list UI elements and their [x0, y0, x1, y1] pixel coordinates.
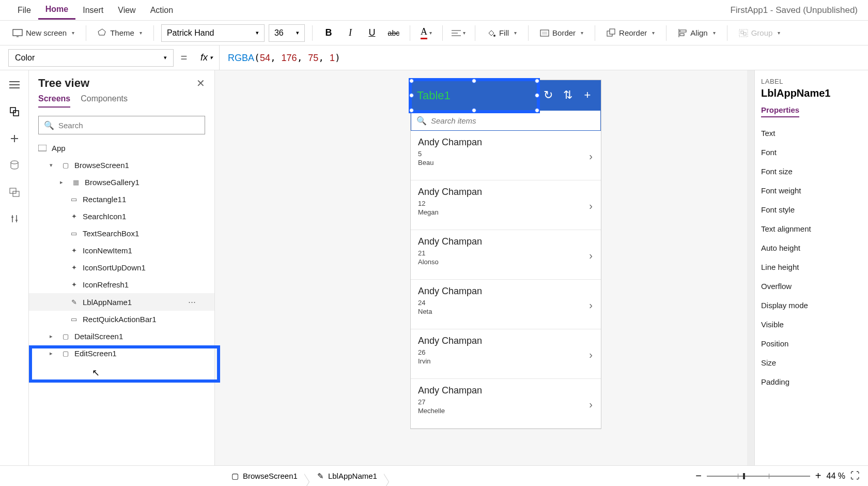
- fit-screen-button[interactable]: ⛶: [850, 470, 860, 481]
- add-button[interactable]: +: [580, 88, 595, 102]
- close-tree-button[interactable]: ✕: [196, 77, 205, 89]
- fx-button[interactable]: fx▾: [194, 45, 220, 70]
- phone-search[interactable]: 🔍: [411, 110, 601, 131]
- menu-action[interactable]: Action: [143, 2, 180, 19]
- zoom-slider[interactable]: [707, 476, 810, 477]
- svg-rect-19: [10, 108, 16, 113]
- tab-screens[interactable]: Screens: [38, 94, 70, 108]
- group-button[interactable]: Group: [735, 26, 785, 39]
- border-button[interactable]: Border: [536, 26, 587, 39]
- font-select[interactable]: Patrick Hand▾: [161, 24, 265, 42]
- property-row[interactable]: Font: [761, 143, 862, 162]
- expand-icon[interactable]: ▾: [50, 162, 57, 169]
- crumb-screen[interactable]: ▢ BrowseScreen1: [225, 472, 304, 481]
- chevron-right-icon[interactable]: ›: [589, 399, 593, 411]
- tab-components[interactable]: Components: [81, 94, 128, 108]
- data-icon[interactable]: [8, 159, 21, 172]
- tree-node-iconrefresh1[interactable]: ✦ IconRefresh1: [29, 276, 214, 293]
- list-item[interactable]: Andy Champan 26 Irvin ›: [411, 329, 601, 379]
- menu-insert[interactable]: Insert: [75, 2, 111, 19]
- menu-view[interactable]: View: [111, 2, 143, 19]
- text-align-button[interactable]: [450, 24, 468, 42]
- underline-button[interactable]: U: [363, 24, 381, 42]
- chevron-right-icon[interactable]: ›: [589, 349, 593, 361]
- italic-button[interactable]: I: [342, 24, 359, 42]
- property-row[interactable]: Font weight: [761, 181, 862, 200]
- property-row[interactable]: Text: [761, 124, 862, 143]
- hamburger-icon[interactable]: [8, 79, 21, 91]
- crumb-element[interactable]: ✎ LblAppName1: [311, 472, 383, 481]
- tree-view-icon[interactable]: [8, 105, 21, 118]
- tree-node-app[interactable]: App: [29, 140, 214, 157]
- property-select[interactable]: Color ▾: [8, 49, 174, 67]
- more-options-button[interactable]: ⋯: [188, 297, 196, 307]
- theme-button[interactable]: Theme: [94, 26, 146, 40]
- reorder-button[interactable]: Reorder: [602, 26, 659, 40]
- tools-icon[interactable]: [8, 213, 21, 225]
- list-item[interactable]: Andy Champan 5 Beau ›: [411, 131, 601, 180]
- property-row[interactable]: Font style: [761, 200, 862, 219]
- tree-node-rectangle11[interactable]: ▭ Rectangle11: [29, 191, 214, 208]
- zoom-out-button[interactable]: −: [695, 470, 702, 482]
- tree-node-browsegallery1[interactable]: ▸ ▦ BrowseGallery1: [29, 174, 214, 191]
- property-row[interactable]: Size: [761, 353, 862, 372]
- formula-bar: Color ▾ = fx▾ RGBA(54, 176, 75, 1): [0, 45, 868, 70]
- expand-icon[interactable]: ▸: [50, 350, 57, 357]
- sort-button[interactable]: ⇅: [561, 88, 575, 102]
- tree-node-detailscreen1[interactable]: ▸ ▢ DetailScreen1: [29, 328, 214, 345]
- tree-node-iconnewitem1[interactable]: ✦ IconNewItem1: [29, 242, 214, 259]
- tree-node-rectquickactionbar1[interactable]: ▭ RectQuickActionBar1: [29, 311, 214, 328]
- property-row[interactable]: Padding: [761, 372, 862, 391]
- property-row[interactable]: Display mode: [761, 296, 862, 315]
- property-row[interactable]: Auto height: [761, 238, 862, 257]
- tree-node-iconsortupdown1[interactable]: ✦ IconSortUpDown1: [29, 259, 214, 276]
- property-row[interactable]: Position: [761, 334, 862, 353]
- item-name: Mechelle: [418, 407, 594, 415]
- property-row[interactable]: Overflow: [761, 277, 862, 296]
- strikethrough-button[interactable]: abc: [385, 24, 402, 42]
- expand-icon[interactable]: ▸: [60, 179, 67, 186]
- tree-node-textsearchbox1[interactable]: ▭ TextSearchBox1: [29, 225, 214, 242]
- canvas-scrollbar[interactable]: [747, 70, 754, 465]
- property-row[interactable]: Font size: [761, 162, 862, 181]
- tree-search[interactable]: 🔍: [38, 116, 205, 134]
- tree-node-lblappname1[interactable]: ✎ LblAppName1 ⋯: [29, 293, 214, 311]
- menu-file[interactable]: File: [10, 2, 38, 19]
- phone-search-input[interactable]: [431, 116, 595, 125]
- font-size-select[interactable]: 36▾: [269, 24, 305, 42]
- tree-node-browsescreen1[interactable]: ▾ ▢ BrowseScreen1: [29, 157, 214, 174]
- menu-home[interactable]: Home: [38, 1, 75, 20]
- bold-button[interactable]: B: [320, 24, 337, 42]
- tree-node-editscreen1[interactable]: ▸ ▢ EditScreen1: [29, 345, 214, 362]
- property-row[interactable]: Line height: [761, 257, 862, 277]
- font-color-button[interactable]: A: [417, 24, 435, 42]
- property-row[interactable]: Visible: [761, 315, 862, 334]
- chevron-right-icon[interactable]: ›: [589, 299, 593, 311]
- selected-label-overlay[interactable]: Table1: [409, 78, 540, 113]
- list-item[interactable]: Andy Champan 12 Megan ›: [411, 180, 601, 230]
- new-screen-button[interactable]: New screen: [8, 26, 79, 39]
- tab-properties[interactable]: Properties: [761, 105, 799, 117]
- formula-input[interactable]: RGBA(54, 176, 75, 1): [220, 52, 340, 64]
- align-button[interactable]: Align: [674, 26, 719, 39]
- zoom-in-button[interactable]: +: [815, 470, 822, 482]
- chevron-right-icon[interactable]: ›: [589, 150, 593, 162]
- chevron-right-icon[interactable]: ›: [589, 250, 593, 262]
- expand-icon[interactable]: ▸: [50, 333, 57, 340]
- property-row[interactable]: Text alignment: [761, 219, 862, 238]
- media-icon[interactable]: [8, 186, 21, 199]
- svg-rect-11: [680, 30, 686, 32]
- tree-search-input[interactable]: [58, 121, 199, 130]
- list-item[interactable]: Andy Champan 24 Neta ›: [411, 280, 601, 329]
- item-number: 12: [418, 200, 594, 207]
- chevron-right-icon[interactable]: ›: [589, 200, 593, 212]
- canvas[interactable]: Table1 ↻ ⇅ + 🔍 Andy Champ: [215, 70, 754, 465]
- tree-node-searchicon1[interactable]: ✦ SearchIcon1: [29, 208, 214, 225]
- svg-rect-20: [13, 111, 19, 116]
- label-icon: ✎: [69, 298, 79, 306]
- insert-icon[interactable]: [8, 132, 21, 145]
- fill-button[interactable]: Fill: [483, 26, 521, 40]
- list-item[interactable]: Andy Champan 27 Mechelle ›: [411, 379, 601, 429]
- list-item[interactable]: Andy Champan 21 Alonso ›: [411, 230, 601, 280]
- refresh-button[interactable]: ↻: [541, 88, 555, 102]
